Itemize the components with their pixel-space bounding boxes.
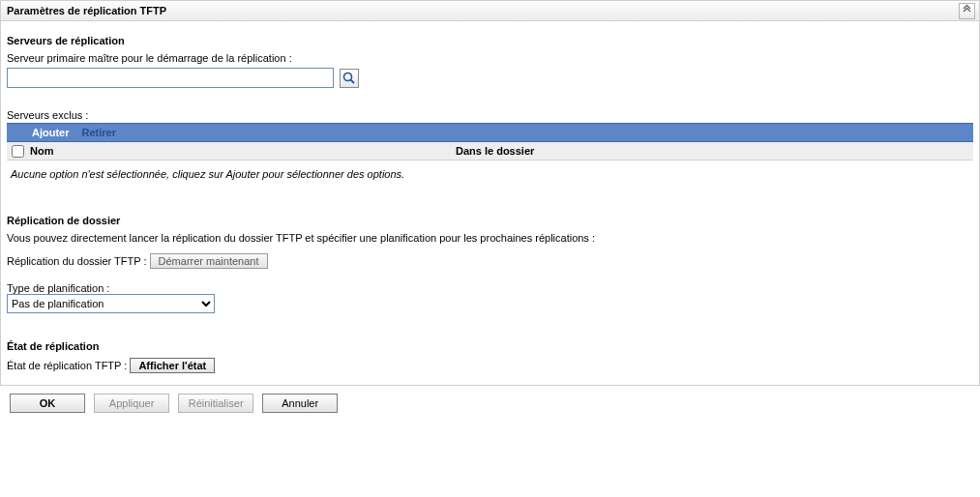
schedule-type-label: Type de planification : [7,282,973,294]
panel-header: Paramètres de réplication TFTP [0,0,980,21]
column-name: Nom [28,142,456,160]
show-status-button[interactable]: Afficher l'état [130,358,215,373]
status-row: État de réplication TFTP : Afficher l'ét… [7,358,973,373]
header-checkbox-cell [7,142,28,160]
search-icon [342,71,357,86]
ok-button[interactable]: OK [10,394,85,413]
column-folder: Dans le dossier [456,142,973,160]
excluded-toolbar: Ajouter Retirer [7,123,973,142]
remove-link[interactable]: Retirer [82,127,116,138]
reset-button[interactable]: Réinitialiser [178,394,253,413]
cancel-button[interactable]: Annuler [262,394,338,413]
bottom-button-bar: OK Appliquer Réinitialiser Annuler [0,386,980,421]
schedule-type-select[interactable]: Pas de planification [7,294,215,313]
apply-button[interactable]: Appliquer [94,394,169,413]
primary-server-row [7,68,973,88]
folder-desc: Vous pouvez directement lancer la réplic… [7,232,973,244]
lookup-button[interactable] [340,69,359,88]
servers-heading: Serveurs de réplication [7,35,973,46]
folder-heading: Réplication de dossier [7,215,973,226]
add-link[interactable]: Ajouter [32,127,70,138]
select-all-checkbox[interactable] [12,145,24,158]
panel-title: Paramètres de réplication TFTP [7,5,166,16]
svg-point-0 [344,73,352,80]
folder-replicate-label: Réplication du dossier TFTP : [7,255,147,267]
panel-body: Serveurs de réplication Serveur primaire… [0,21,980,386]
status-heading: État de réplication [7,340,973,352]
excluded-grid-empty: Aucune option n'est sélectionnée, clique… [7,161,973,207]
excluded-grid-header: Nom Dans le dossier [7,142,973,161]
primary-server-input[interactable] [7,68,334,88]
folder-replicate-row: Réplication du dossier TFTP : Démarrer m… [7,253,973,269]
status-label: État de réplication TFTP : [7,360,127,371]
excluded-servers-label: Serveurs exclus : [7,109,973,121]
start-now-button[interactable]: Démarrer maintenant [150,253,268,269]
collapse-icon[interactable] [959,3,975,19]
primary-server-label: Serveur primaire maître pour le démarrag… [7,52,973,64]
svg-line-1 [351,79,355,83]
